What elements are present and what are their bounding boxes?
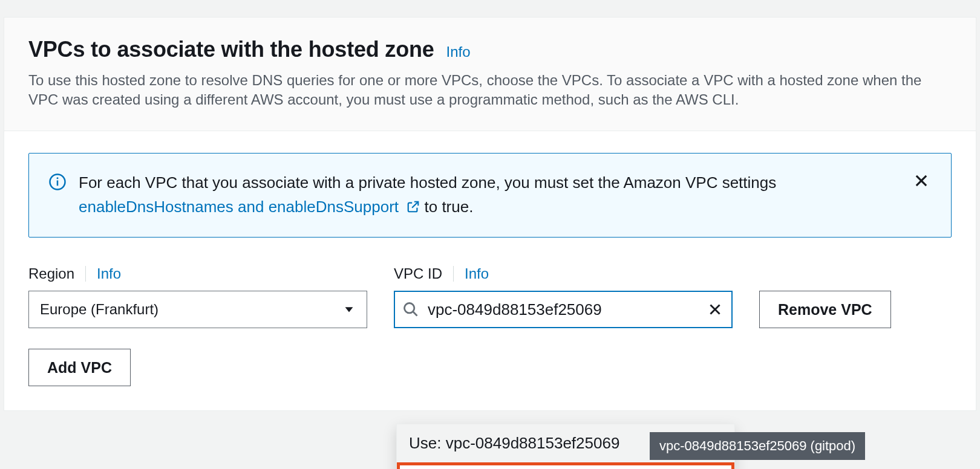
svg-point-5 <box>405 303 414 313</box>
panel-info-link[interactable]: Info <box>446 44 471 60</box>
clear-input-button[interactable] <box>706 300 724 319</box>
use-prefix: Use: <box>409 434 446 452</box>
dropdown-option-highlighted[interactable]: vpc-0849d88153ef25069 (gitpod) <box>397 462 734 469</box>
vpc-label-row: VPC ID Info <box>394 265 733 282</box>
alert-link-text: enableDnsHostnames and enableDnsSupport <box>79 198 399 216</box>
info-icon <box>48 173 67 191</box>
alert-text: For each VPC that you associate with a p… <box>79 170 899 221</box>
vpc-id-field: VPC ID Info <box>394 265 733 328</box>
info-alert: For each VPC that you associate with a p… <box>28 153 952 238</box>
tooltip: vpc-0849d88153ef25069 (gitpod) <box>650 432 865 460</box>
vpc-associate-panel: VPCs to associate with the hosted zone I… <box>4 17 976 411</box>
alert-prefix: For each VPC that you associate with a p… <box>79 173 776 192</box>
panel-description: To use this hosted zone to resolve DNS q… <box>28 71 952 110</box>
remove-vpc-field: . Remove VPC <box>759 265 891 328</box>
svg-line-6 <box>413 312 417 315</box>
region-field: Region Info Europe (Frankfurt) <box>28 265 367 328</box>
label-separator <box>85 266 86 282</box>
label-separator <box>453 266 454 282</box>
vpc-search-box[interactable] <box>394 291 733 328</box>
panel-title-row: VPCs to associate with the hosted zone I… <box>28 37 952 62</box>
region-label-row: Region Info <box>28 265 367 282</box>
panel-body: For each VPC that you associate with a p… <box>4 131 976 411</box>
add-vpc-button[interactable]: Add VPC <box>28 349 131 386</box>
vpc-label: VPC ID <box>394 265 442 282</box>
panel-header: VPCs to associate with the hosted zone I… <box>4 18 976 131</box>
caret-down-icon <box>342 303 356 316</box>
region-value: Europe (Frankfurt) <box>40 301 158 318</box>
region-label: Region <box>28 265 74 282</box>
svg-point-2 <box>57 177 59 179</box>
use-value: vpc-0849d88153ef25069 <box>446 434 620 452</box>
remove-vpc-button[interactable]: Remove VPC <box>759 291 891 328</box>
vpc-id-input[interactable] <box>426 300 699 320</box>
alert-close-button[interactable] <box>911 170 932 191</box>
vpc-info-link[interactable]: Info <box>465 265 489 282</box>
add-vpc-row: Add VPC <box>28 349 952 386</box>
external-link-icon <box>407 196 420 220</box>
alert-link[interactable]: enableDnsHostnames and enableDnsSupport <box>79 198 424 216</box>
form-row: Region Info Europe (Frankfurt) VPC ID <box>28 265 952 328</box>
panel-title: VPCs to associate with the hosted zone <box>28 37 434 62</box>
alert-suffix: to true. <box>424 198 473 216</box>
region-select[interactable]: Europe (Frankfurt) <box>28 291 367 328</box>
search-icon <box>402 301 419 318</box>
region-info-link[interactable]: Info <box>97 265 121 282</box>
